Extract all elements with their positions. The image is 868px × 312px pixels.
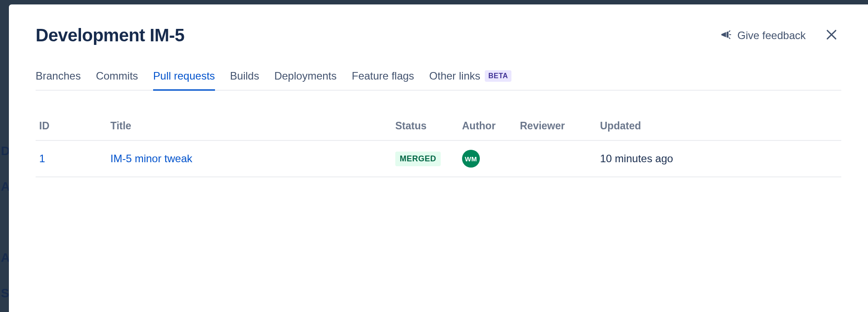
megaphone-icon (720, 28, 732, 42)
tab-other-links[interactable]: Other links BETA (429, 70, 511, 91)
tab-feature-flags[interactable]: Feature flags (352, 70, 414, 91)
status-badge: MERGED (395, 152, 441, 166)
table-row: 1 IM-5 minor tweak MERGED WM 10 minutes … (36, 140, 841, 177)
header-actions: Give feedback (716, 25, 841, 46)
give-feedback-button[interactable]: Give feedback (716, 26, 809, 45)
tab-branches[interactable]: Branches (36, 70, 81, 91)
pr-id-link[interactable]: 1 (39, 152, 45, 164)
tab-label: Commits (96, 70, 138, 82)
column-header-id[interactable]: ID (36, 115, 107, 140)
beta-badge: BETA (485, 70, 511, 82)
tab-commits[interactable]: Commits (96, 70, 138, 91)
author-avatar[interactable]: WM (462, 150, 480, 168)
give-feedback-label: Give feedback (738, 29, 806, 42)
column-header-reviewer[interactable]: Reviewer (516, 115, 596, 140)
column-header-status[interactable]: Status (392, 115, 458, 140)
modal-title: Development IM-5 (36, 25, 184, 45)
pull-requests-table: ID Title Status Author Reviewer Updated … (36, 115, 841, 177)
table-header-row: ID Title Status Author Reviewer Updated (36, 115, 841, 140)
modal-header: Development IM-5 Give feedback (36, 25, 841, 46)
tab-label: Other links (429, 70, 480, 82)
tab-label: Feature flags (352, 70, 414, 82)
tabs-nav: Branches Commits Pull requests Builds De… (36, 70, 841, 91)
close-icon (824, 28, 839, 43)
column-header-author[interactable]: Author (458, 115, 516, 140)
background-content: DAAS (0, 133, 10, 311)
tab-label: Pull requests (153, 70, 215, 82)
tab-deployments[interactable]: Deployments (274, 70, 337, 91)
tab-label: Builds (230, 70, 259, 82)
close-button[interactable] (822, 25, 841, 46)
tab-label: Branches (36, 70, 81, 82)
tab-pull-requests[interactable]: Pull requests (153, 70, 215, 91)
pr-title-link[interactable]: IM-5 minor tweak (110, 152, 192, 164)
tab-builds[interactable]: Builds (230, 70, 259, 91)
column-header-updated[interactable]: Updated (596, 115, 841, 140)
tab-label: Deployments (274, 70, 337, 82)
column-header-title[interactable]: Title (107, 115, 392, 140)
development-modal: Development IM-5 Give feedback (9, 4, 868, 312)
updated-time: 10 minutes ago (600, 152, 673, 164)
